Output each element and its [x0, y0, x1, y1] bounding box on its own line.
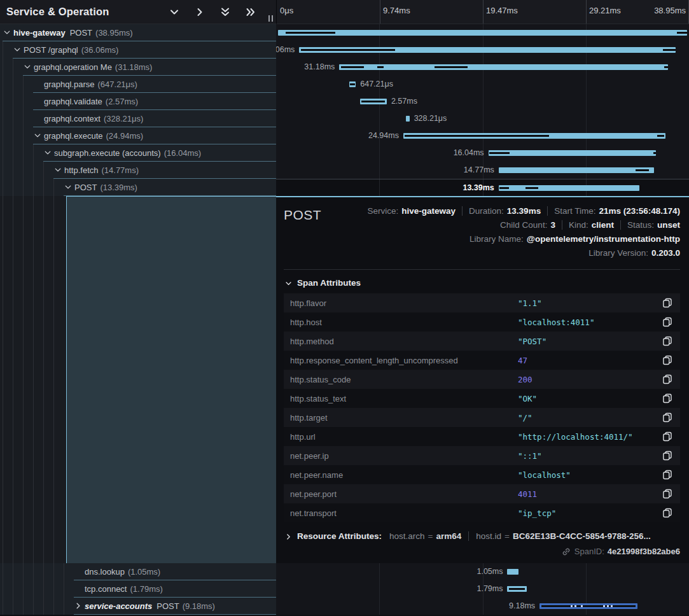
copy-icon[interactable]: [662, 298, 672, 308]
span-bar[interactable]: [406, 116, 410, 122]
span-bar[interactable]: [278, 30, 688, 36]
operation-name: tcp.connect: [85, 584, 127, 594]
span-timeline-cell[interactable]: 1.79ms: [276, 580, 689, 598]
span-bar[interactable]: [539, 603, 637, 609]
span-timeline-cell[interactable]: 36.06ms: [276, 41, 689, 59]
span-name-cell[interactable]: POST /graphql(36.06ms): [0, 41, 276, 59]
chevron-down-icon[interactable]: [43, 149, 52, 157]
span-bar[interactable]: [499, 185, 639, 191]
span-row[interactable]: graphql.validate(2.57ms)2.57ms: [0, 93, 689, 110]
span-timeline-cell[interactable]: [276, 24, 689, 41]
copy-icon[interactable]: [662, 508, 672, 518]
span-row-selected[interactable]: POST(13.39ms)13.39ms: [0, 179, 689, 196]
child-span-marker: [541, 605, 636, 607]
span-timeline-cell[interactable]: 9.18ms: [276, 598, 689, 615]
span-timeline-cell[interactable]: 24.94ms: [276, 127, 689, 144]
chevron-down-icon[interactable]: [169, 7, 179, 17]
span-name-cell[interactable]: http.fetch(14.77ms): [0, 162, 276, 179]
copy-icon[interactable]: [662, 451, 672, 461]
span-name-cell[interactable]: POST(13.39ms): [0, 179, 276, 196]
resource-attributes-title[interactable]: Resource Attributes:: [297, 531, 382, 541]
span-row[interactable]: dns.lookup(1.05ms)1.05ms: [0, 563, 689, 580]
span-name-cell[interactable]: graphql.execute(24.94ms): [0, 127, 276, 144]
span-name-cell[interactable]: dns.lookup(1.05ms): [0, 563, 276, 580]
copy-icon[interactable]: [662, 431, 672, 442]
copy-icon[interactable]: [662, 336, 672, 346]
child-span-marker: [350, 83, 354, 85]
copy-icon[interactable]: [662, 355, 672, 365]
span-timeline-cell[interactable]: 14.77ms: [276, 162, 689, 179]
span-bar[interactable]: [403, 133, 665, 139]
indent-spacer: [74, 585, 83, 592]
span-timeline-cell[interactable]: 31.18ms: [276, 59, 689, 76]
chevron-down-icon[interactable]: [23, 63, 32, 71]
operation-name: POST: [74, 183, 97, 192]
column-resizer-handle[interactable]: [268, 15, 273, 22]
span-name-content: graphql.context(328.21μs): [33, 110, 276, 127]
span-timeline-cell[interactable]: 16.04ms: [276, 144, 689, 162]
span-row[interactable]: POST /graphql(36.06ms)36.06ms: [0, 41, 689, 59]
span-bar[interactable]: [507, 586, 527, 592]
chevron-down-icon[interactable]: [64, 183, 73, 191]
indent-guide: [13, 59, 13, 76]
span-name-cell[interactable]: hive-gatewayPOST(38.95ms): [0, 24, 276, 41]
span-bar[interactable]: [349, 81, 356, 87]
span-name-cell[interactable]: graphql.context(328.21μs): [0, 110, 276, 127]
copy-icon[interactable]: [662, 317, 672, 327]
indent-guide: [53, 196, 54, 563]
indent-guide: [23, 598, 24, 615]
span-timeline-cell[interactable]: 328.21μs: [276, 110, 689, 127]
span-bar[interactable]: [507, 569, 518, 575]
chevron-down-icon[interactable]: [3, 29, 11, 36]
copy-icon[interactable]: [662, 412, 672, 423]
span-row[interactable]: http.fetch(14.77ms)14.77ms: [0, 162, 689, 179]
indent-guide: [33, 162, 34, 179]
span-name-content: POST(13.39ms): [64, 179, 276, 196]
overview-field-label: Start Time:: [554, 206, 595, 216]
span-name-cell[interactable]: graphql.parse(647.21μs): [0, 76, 276, 93]
span-bar[interactable]: [360, 99, 387, 104]
span-name-cell[interactable]: tcp.connect(1.79ms): [0, 580, 276, 598]
span-bar[interactable]: [499, 167, 654, 173]
span-timeline-cell[interactable]: 647.21μs: [276, 76, 689, 93]
chevron-right-icon[interactable]: [285, 533, 292, 540]
span-name-cell[interactable]: service-accountsPOST(9.18ms): [0, 598, 276, 615]
span-row[interactable]: graphql.execute(24.94ms)24.94ms: [0, 127, 689, 144]
span-bar[interactable]: [339, 64, 668, 70]
span-timeline-cell[interactable]: 1.05ms: [276, 563, 689, 580]
service-name: hive-gateway: [13, 28, 66, 38]
copy-icon[interactable]: [662, 489, 672, 499]
span-timeline-cell[interactable]: 2.57ms: [276, 93, 689, 110]
child-span-marker: [653, 152, 656, 154]
span-name-cell[interactable]: graphql.operation Me(31.18ms): [0, 59, 276, 76]
double-chevron-right-icon[interactable]: [246, 7, 256, 17]
indent-guide: [13, 127, 13, 144]
child-span-marker: [361, 101, 385, 102]
chevron-right-icon[interactable]: [74, 602, 83, 610]
copy-icon[interactable]: [662, 470, 672, 480]
span-row[interactable]: service-accountsPOST(9.18ms)9.18ms: [0, 598, 689, 615]
attribute-row: http.target"/": [284, 408, 680, 427]
span-row[interactable]: graphql.parse(647.21μs)647.21μs: [0, 76, 689, 93]
child-span-marker: [657, 135, 664, 137]
span-rows-top: hive-gatewayPOST(38.95ms)POST /graphql(3…: [0, 24, 689, 196]
copy-icon[interactable]: [662, 393, 672, 403]
chevron-right-icon[interactable]: [195, 7, 205, 17]
span-row[interactable]: subgraph.execute (accounts)(16.04ms)16.0…: [0, 144, 689, 162]
span-row[interactable]: graphql.context(328.21μs)328.21μs: [0, 110, 689, 127]
chevron-down-icon[interactable]: [13, 46, 22, 53]
double-chevron-down-icon[interactable]: [220, 7, 230, 17]
span-attributes-header[interactable]: Span Attributes: [285, 278, 680, 288]
span-row[interactable]: graphql.operation Me(31.18ms)31.18ms: [0, 59, 689, 76]
chevron-down-icon[interactable]: [33, 132, 42, 139]
chevron-down-icon[interactable]: [53, 166, 62, 174]
span-row[interactable]: hive-gatewayPOST(38.95ms): [0, 24, 689, 41]
span-bar[interactable]: [489, 150, 656, 156]
link-icon[interactable]: [562, 547, 571, 556]
span-timeline-cell[interactable]: 13.39ms: [276, 179, 689, 196]
span-bar[interactable]: [299, 47, 676, 53]
span-row[interactable]: tcp.connect(1.79ms)1.79ms: [0, 580, 689, 598]
span-name-cell[interactable]: subgraph.execute (accounts)(16.04ms): [0, 144, 276, 162]
copy-icon[interactable]: [662, 374, 672, 384]
span-name-cell[interactable]: graphql.validate(2.57ms): [0, 93, 276, 110]
